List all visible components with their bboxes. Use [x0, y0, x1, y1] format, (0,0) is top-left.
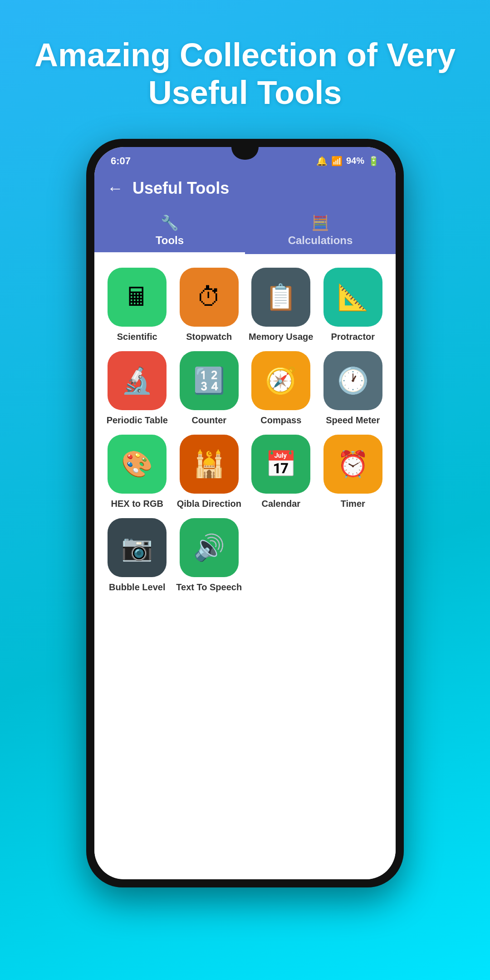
content-area: 🖩Scientific⏱Stopwatch📋Memory Usage📐Protr…: [94, 254, 396, 879]
tab-calculations[interactable]: 🧮 Calculations: [245, 207, 396, 254]
tool-item-hex-to-rgb[interactable]: 🎨HEX to RGB: [103, 435, 171, 509]
tool-icon-compass: 🧭: [251, 351, 310, 410]
alarm-icon: 🔔: [316, 156, 328, 167]
tool-icon-timer: ⏰: [323, 435, 382, 494]
phone-frame: 6:07 🔔 📶 94% 🔋 ← Useful Tools 🔧 Tools 🧮 …: [86, 139, 404, 887]
tool-label-memory-usage: Memory Usage: [249, 331, 313, 342]
calculations-tab-label: Calculations: [288, 234, 353, 247]
top-bar: ← Useful Tools: [94, 172, 396, 207]
tool-label-qibla-direction: Qibla Direction: [177, 498, 241, 509]
tool-label-periodic-table: Periodic Table: [107, 415, 168, 426]
tool-label-protractor: Protractor: [331, 331, 375, 342]
tool-icon-speed-meter: 🕐: [323, 351, 382, 410]
tool-item-scientific[interactable]: 🖩Scientific: [103, 268, 171, 342]
tool-label-counter: Counter: [191, 415, 226, 426]
tool-label-text-to-speech: Text To Speech: [176, 582, 242, 593]
page-title: Useful Tools: [132, 179, 229, 198]
tool-label-hex-to-rgb: HEX to RGB: [111, 498, 163, 509]
tab-tools[interactable]: 🔧 Tools: [94, 207, 245, 254]
tool-icon-calendar: 📅: [251, 435, 310, 494]
tool-label-bubble-level: Bubble Level: [109, 582, 165, 593]
tool-icon-periodic-table: 🔬: [108, 351, 167, 410]
tool-item-counter[interactable]: 🔢Counter: [176, 351, 243, 426]
tool-icon-text-to-speech: 🔊: [180, 518, 239, 577]
tool-label-stopwatch: Stopwatch: [186, 331, 232, 342]
tool-icon-hex-to-rgb: 🎨: [108, 435, 167, 494]
tool-icon-counter: 🔢: [180, 351, 239, 410]
tool-icon-qibla-direction: 🕌: [180, 435, 239, 494]
tool-item-stopwatch[interactable]: ⏱Stopwatch: [176, 268, 243, 342]
wifi-icon: 📶: [331, 156, 343, 167]
tool-item-protractor[interactable]: 📐Protractor: [319, 268, 387, 342]
back-button[interactable]: ←: [107, 179, 123, 198]
tools-grid: 🖩Scientific⏱Stopwatch📋Memory Usage📐Protr…: [103, 268, 387, 593]
tool-item-timer[interactable]: ⏰Timer: [319, 435, 387, 509]
tool-icon-protractor: 📐: [323, 268, 382, 327]
tool-item-bubble-level[interactable]: 📷Bubble Level: [103, 518, 171, 593]
calculations-tab-icon: 🧮: [311, 214, 329, 231]
tool-item-periodic-table[interactable]: 🔬Periodic Table: [103, 351, 171, 426]
tool-item-memory-usage[interactable]: 📋Memory Usage: [247, 268, 315, 342]
tool-label-scientific: Scientific: [117, 331, 157, 342]
tool-icon-memory-usage: 📋: [251, 268, 310, 327]
tool-item-compass[interactable]: 🧭Compass: [247, 351, 315, 426]
tab-bar: 🔧 Tools 🧮 Calculations: [94, 207, 396, 254]
tool-label-compass: Compass: [260, 415, 301, 426]
tool-item-speed-meter[interactable]: 🕐Speed Meter: [319, 351, 387, 426]
tool-icon-stopwatch: ⏱: [180, 268, 239, 327]
status-icons: 🔔 📶 94% 🔋: [316, 156, 379, 167]
tools-tab-icon: 🔧: [161, 214, 179, 231]
tool-icon-bubble-level: 📷: [108, 518, 167, 577]
status-time: 6:07: [111, 155, 131, 167]
headline: Amazing Collection of Very Useful Tools: [0, 36, 490, 112]
tool-item-text-to-speech[interactable]: 🔊Text To Speech: [176, 518, 243, 593]
tool-icon-scientific: 🖩: [108, 268, 167, 327]
battery-text: 94%: [346, 156, 364, 166]
tools-tab-label: Tools: [156, 234, 184, 247]
tool-item-qibla-direction[interactable]: 🕌Qibla Direction: [176, 435, 243, 509]
tool-label-timer: Timer: [341, 498, 365, 509]
tool-label-speed-meter: Speed Meter: [326, 415, 380, 426]
battery-icon: 🔋: [368, 156, 379, 167]
tool-item-calendar[interactable]: 📅Calendar: [247, 435, 315, 509]
phone-screen: 6:07 🔔 📶 94% 🔋 ← Useful Tools 🔧 Tools 🧮 …: [94, 147, 396, 879]
tool-label-calendar: Calendar: [261, 498, 300, 509]
